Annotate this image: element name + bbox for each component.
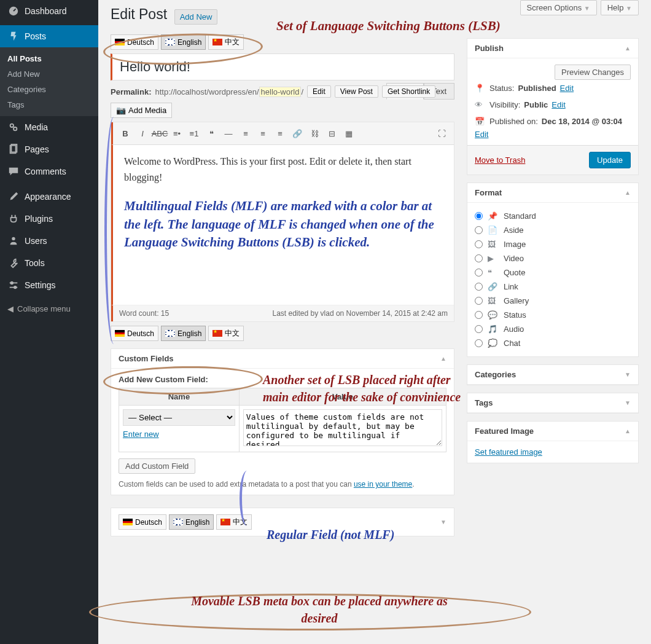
sub-categories[interactable]: Categories <box>0 82 98 97</box>
move-to-trash-link[interactable]: Move to Trash <box>475 155 525 165</box>
align-left-button[interactable]: ≡ <box>238 126 253 141</box>
sub-add-new[interactable]: Add New <box>0 66 98 82</box>
language-switch-metabox[interactable]: Deutsch English 中文 ▼ <box>111 508 454 536</box>
format-gallery[interactable]: 🖼Gallery <box>475 294 631 308</box>
cf-note: Custom fields can be used to add extra m… <box>119 480 446 489</box>
quote-button[interactable]: ❝ <box>204 126 219 141</box>
italic-button[interactable]: I <box>135 126 150 141</box>
permalink-slug[interactable]: hello-world <box>259 87 302 97</box>
sidebar-item-comments[interactable]: Comments <box>0 160 98 183</box>
sub-tags[interactable]: Tags <box>0 97 98 112</box>
add-custom-field-button[interactable]: Add Custom Field <box>119 458 195 474</box>
toolbar-toggle-button[interactable]: ▦ <box>341 126 356 141</box>
add-new-button[interactable]: Add New <box>174 9 218 25</box>
format-audio[interactable]: 🎵Audio <box>475 322 631 336</box>
strike-button[interactable]: ABC <box>152 126 167 141</box>
cf-name-select[interactable]: — Select — <box>123 409 235 426</box>
format-link[interactable]: 🔗Link <box>475 280 631 294</box>
format-quote[interactable]: ❝Quote <box>475 265 631 280</box>
aside-icon: 📄 <box>488 226 499 235</box>
sidebar-item-pages[interactable]: Pages <box>0 138 98 160</box>
permalink-edit-button[interactable]: Edit <box>307 85 331 98</box>
settings-icon <box>7 279 20 291</box>
format-video[interactable]: ▶Video <box>475 251 631 265</box>
help-button[interactable]: Help ▼ <box>601 0 639 15</box>
page-title: Edit Post <box>111 6 167 23</box>
sidebar-item-settings[interactable]: Settings <box>0 274 98 296</box>
add-media-button[interactable]: 📷Add Media <box>111 103 172 118</box>
sidebar-item-plugins[interactable]: Plugins <box>0 208 98 230</box>
preview-changes-button[interactable]: Preview Changes <box>555 65 631 80</box>
fullscreen-button[interactable]: ⛶ <box>434 126 449 141</box>
format-status[interactable]: 💬Status <box>475 308 631 322</box>
tags-header[interactable]: Tags▼ <box>467 393 638 413</box>
post-title-input[interactable] <box>111 53 454 80</box>
format-box: Format ▲ 📌Standard 📄Aside 🖼Image ▶Video … <box>467 183 639 357</box>
edit-date-link[interactable]: Edit <box>475 130 488 139</box>
format-image[interactable]: 🖼Image <box>475 237 631 251</box>
brush-icon <box>7 190 20 203</box>
categories-header[interactable]: Categories▼ <box>467 365 638 385</box>
lang-en-button[interactable]: English <box>169 514 214 530</box>
chevron-down-icon[interactable]: ▼ <box>440 519 446 525</box>
align-right-button[interactable]: ≡ <box>273 126 287 141</box>
custom-fields-header[interactable]: Custom Fields ▲ <box>111 349 454 369</box>
lang-en-button[interactable]: English <box>161 326 206 341</box>
lang-zh-button[interactable]: 中文 <box>216 514 252 530</box>
sidebar-item-media[interactable]: Media <box>0 116 98 138</box>
hr-button[interactable]: — <box>221 126 236 141</box>
sub-all-posts[interactable]: All Posts <box>0 51 98 66</box>
sidebar-item-posts[interactable]: Posts <box>0 25 98 47</box>
editor-content-area[interactable]: Welcome to WordPress. This is your first… <box>111 145 454 305</box>
cf-value-textarea[interactable]: Values of theme custom fields are not mu… <box>243 409 442 446</box>
lang-de-button[interactable]: Deutsch <box>119 514 166 530</box>
svg-point-7 <box>14 286 17 289</box>
sidebar-label: Users <box>25 236 47 246</box>
plug-icon <box>7 213 20 225</box>
ol-button[interactable]: ≡1 <box>187 126 201 141</box>
link-icon: 🔗 <box>488 282 499 291</box>
align-center-button[interactable]: ≡ <box>255 126 270 141</box>
edit-status-link[interactable]: Edit <box>560 84 574 93</box>
lang-de-button[interactable]: Deutsch <box>111 34 158 50</box>
lang-en-button[interactable]: English <box>161 34 206 50</box>
link-button[interactable]: 🔗 <box>290 126 305 141</box>
quote-icon: ❝ <box>488 268 499 277</box>
format-chat[interactable]: 💭Chat <box>475 336 631 350</box>
get-shortlink-button[interactable]: Get Shortlink <box>382 85 435 98</box>
format-header[interactable]: Format ▲ <box>467 183 638 203</box>
sidebar-item-appearance[interactable]: Appearance <box>0 186 98 208</box>
more-button[interactable]: ⊟ <box>324 126 339 141</box>
ul-button[interactable]: ≡• <box>170 126 184 141</box>
flag-de-icon <box>115 39 125 45</box>
view-post-button[interactable]: View Post <box>335 85 378 98</box>
lang-zh-button[interactable]: 中文 <box>208 34 244 50</box>
sidebar-label: Dashboard <box>25 6 67 16</box>
screen-options-button[interactable]: Screen Options ▼ <box>520 0 597 15</box>
format-standard[interactable]: 📌Standard <box>475 209 631 223</box>
unlink-button[interactable]: ⛓ <box>307 126 322 141</box>
chevron-down-icon: ▼ <box>625 399 631 406</box>
cf-note-link[interactable]: use in your theme <box>354 480 412 489</box>
featured-image-header[interactable]: Featured Image▲ <box>467 422 638 441</box>
chevron-up-icon: ▲ <box>625 189 631 196</box>
publish-header[interactable]: Publish ▲ <box>467 39 638 58</box>
collapse-menu-button[interactable]: ◀ Collapse menu <box>0 299 98 318</box>
sidebar-item-dashboard[interactable]: Dashboard <box>0 0 98 22</box>
lang-zh-button[interactable]: 中文 <box>208 326 244 341</box>
update-button[interactable]: Update <box>589 152 631 168</box>
lang-de-button[interactable]: Deutsch <box>111 326 158 341</box>
edit-visibility-link[interactable]: Edit <box>552 100 565 109</box>
bold-button[interactable]: B <box>118 126 133 141</box>
camera-icon: 📷 <box>116 106 126 115</box>
annotation-movable-lsb: Movable LSB meta box can be placed anywh… <box>178 592 461 627</box>
tools-icon <box>7 257 20 269</box>
cf-enter-new-link[interactable]: Enter new <box>123 430 159 439</box>
sidebar-item-tools[interactable]: Tools <box>0 252 98 274</box>
format-aside[interactable]: 📄Aside <box>475 223 631 237</box>
set-featured-image-link[interactable]: Set featured image <box>475 447 542 457</box>
sidebar-item-users[interactable]: Users <box>0 230 98 252</box>
permalink-label: Permalink: <box>111 87 151 96</box>
editor-footer: Word count: 15 Last edited by vlad on No… <box>111 305 454 321</box>
sidebar-label: Posts <box>25 31 46 41</box>
